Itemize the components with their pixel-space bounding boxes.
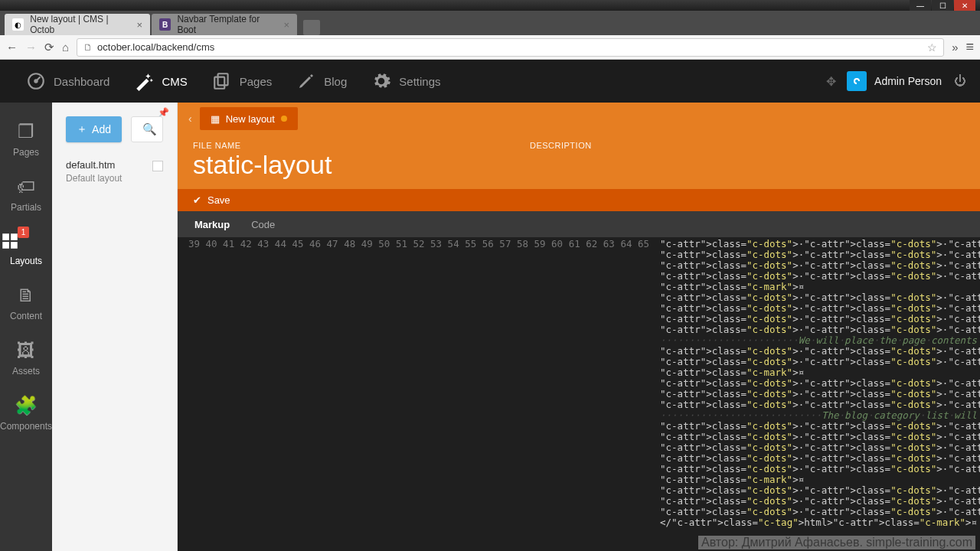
forward-button[interactable]: → bbox=[25, 41, 37, 54]
page-icon: 🗋 bbox=[83, 42, 93, 53]
nav-dashboard[interactable]: Dashboard bbox=[14, 60, 122, 103]
bookmark-star-icon[interactable]: ☆ bbox=[927, 41, 937, 54]
avatar[interactable] bbox=[847, 71, 867, 91]
filename-label: FILE NAME bbox=[193, 141, 484, 150]
chrome-menu-button[interactable]: ≡ bbox=[965, 39, 974, 55]
sidebar-item-components[interactable]: 🧩 Components bbox=[0, 387, 52, 442]
sidebar-item-partials[interactable]: 🏷 Partials bbox=[0, 168, 52, 223]
editor-actions: ✔ Save bbox=[178, 189, 980, 211]
window-minimize-button[interactable]: — bbox=[910, 0, 931, 11]
badge: 1 bbox=[18, 227, 29, 238]
sidebar-label: Pages bbox=[13, 147, 39, 158]
editor-tab-label: New layout bbox=[226, 113, 275, 125]
sidebar-label: Assets bbox=[12, 366, 40, 377]
sidebar-item-content[interactable]: 🗎 Content bbox=[0, 277, 52, 332]
address-bar[interactable]: 🗋 october.local/backend/cms ☆ bbox=[77, 38, 944, 57]
home-button[interactable]: ⌂ bbox=[62, 41, 69, 54]
editor-tabline: ‹ ▦ New layout › bbox=[178, 103, 980, 135]
sidebar-label: Partials bbox=[11, 202, 41, 213]
file-checkbox[interactable] bbox=[152, 161, 163, 171]
editor-form-header: ˆ FILE NAME DESCRIPTION bbox=[178, 135, 980, 189]
svg-rect-8 bbox=[11, 242, 18, 249]
puzzle-icon: 🧩 bbox=[0, 395, 52, 416]
sidebar-label: Layouts bbox=[10, 256, 42, 266]
new-tab-button[interactable] bbox=[303, 20, 320, 35]
svg-rect-3 bbox=[214, 77, 224, 89]
code-tab-bar: Markup Code bbox=[178, 211, 980, 237]
move-icon[interactable]: ✥ bbox=[826, 74, 836, 89]
october-favicon-icon: ◐ bbox=[12, 18, 24, 31]
nav-label: Dashboard bbox=[54, 75, 109, 88]
line-gutter: 39 40 41 42 43 44 45 46 47 48 49 50 51 5… bbox=[178, 237, 655, 551]
plus-icon: ＋ bbox=[77, 122, 87, 136]
nav-blog[interactable]: Blog bbox=[284, 60, 359, 103]
nav-settings[interactable]: Settings bbox=[359, 60, 452, 103]
browser-tabstrip: ◐ New layout | CMS | Octob × B Navbar Te… bbox=[0, 11, 980, 35]
window-close-button[interactable]: ✕ bbox=[954, 0, 975, 11]
user-name[interactable]: Admin Person bbox=[874, 75, 942, 87]
window-maximize-button[interactable]: ☐ bbox=[932, 0, 953, 11]
file-description: Default layout bbox=[66, 173, 163, 184]
file-list-panel: 📌 ＋ Add 🔍 default.htm Default layout bbox=[52, 103, 178, 551]
cms-sidebar: ❐ Pages 🏷 Partials 1 Layouts 🗎 Content 🖼… bbox=[0, 103, 52, 551]
nav-label: Blog bbox=[324, 75, 347, 88]
save-button[interactable]: ✔ Save bbox=[193, 194, 230, 206]
browser-tab-active[interactable]: ◐ New layout | CMS | Octob × bbox=[5, 14, 150, 35]
nav-pages[interactable]: Pages bbox=[200, 60, 285, 103]
tab-close-icon[interactable]: × bbox=[283, 19, 289, 31]
copy-icon: ❐ bbox=[0, 121, 52, 142]
code-tab-markup[interactable]: Markup bbox=[184, 213, 240, 236]
nav-label: CMS bbox=[162, 75, 187, 88]
tags-icon: 🏷 bbox=[0, 176, 52, 197]
dashboard-icon bbox=[26, 71, 46, 91]
svg-rect-2 bbox=[217, 73, 227, 85]
app-topbar: Dashboard CMS Pages Blog Settings ✥ Admi… bbox=[0, 60, 980, 103]
file-list-item[interactable]: default.htm Default layout bbox=[52, 152, 177, 191]
svg-rect-5 bbox=[2, 233, 9, 240]
svg-rect-7 bbox=[2, 242, 9, 249]
description-label: DESCRIPTION bbox=[530, 141, 592, 150]
pencil-icon bbox=[296, 71, 316, 91]
nav-label: Settings bbox=[399, 75, 440, 88]
check-icon: ✔ bbox=[193, 194, 201, 206]
svg-point-4 bbox=[851, 76, 861, 86]
sidebar-item-pages[interactable]: ❐ Pages bbox=[0, 113, 52, 168]
magic-wand-icon bbox=[134, 71, 154, 91]
copy-icon bbox=[212, 71, 232, 91]
editor-tab[interactable]: ▦ New layout bbox=[200, 107, 298, 130]
image-icon: 🖼 bbox=[0, 340, 52, 361]
bootstrap-favicon-icon: B bbox=[159, 18, 171, 31]
file-icon: 🗎 bbox=[0, 285, 52, 306]
browser-tab-title: Navbar Template for Boot bbox=[177, 14, 277, 35]
unsaved-dot-icon bbox=[281, 116, 287, 122]
code-content[interactable]: "c-attr">class="c-dots">·"c-attr">class=… bbox=[655, 237, 980, 551]
tab-close-icon[interactable]: × bbox=[136, 19, 142, 31]
add-button[interactable]: ＋ Add bbox=[66, 116, 122, 142]
browser-toolbar: ← → ⟳ ⌂ 🗋 october.local/backend/cms ☆ » … bbox=[0, 35, 980, 60]
back-button[interactable]: ← bbox=[6, 41, 18, 54]
nav-label: Pages bbox=[240, 75, 273, 88]
gear-icon bbox=[371, 71, 391, 91]
add-label: Add bbox=[92, 123, 111, 135]
browser-tab-title: New layout | CMS | Octob bbox=[30, 14, 130, 35]
overflow-icon[interactable]: » bbox=[952, 41, 958, 54]
code-editor[interactable]: 39 40 41 42 43 44 45 46 47 48 49 50 51 5… bbox=[178, 237, 980, 551]
reload-button[interactable]: ⟳ bbox=[44, 41, 54, 54]
logout-icon[interactable]: ⏻ bbox=[954, 74, 966, 88]
sidebar-label: Content bbox=[10, 311, 42, 321]
svg-rect-6 bbox=[11, 233, 18, 240]
filename-input[interactable] bbox=[193, 150, 484, 180]
save-label: Save bbox=[207, 194, 230, 206]
grid-small-icon: ▦ bbox=[211, 113, 220, 125]
nav-cms[interactable]: CMS bbox=[122, 60, 199, 103]
file-name: default.htm bbox=[66, 159, 163, 171]
svg-point-1 bbox=[34, 80, 37, 82]
sidebar-item-layouts[interactable]: 1 Layouts bbox=[0, 223, 52, 277]
sidebar-item-assets[interactable]: 🖼 Assets bbox=[0, 332, 52, 387]
window-titlebar: — ☐ ✕ bbox=[0, 0, 980, 11]
search-icon: 🔍 bbox=[142, 122, 157, 136]
tab-prev-icon[interactable]: ‹ bbox=[185, 112, 195, 125]
code-tab-code[interactable]: Code bbox=[240, 213, 286, 236]
watermark-text: Автор: Дмитрий Афанасьев. simple-trainin… bbox=[698, 536, 975, 549]
browser-tab-inactive[interactable]: B Navbar Template for Boot × bbox=[152, 14, 297, 35]
